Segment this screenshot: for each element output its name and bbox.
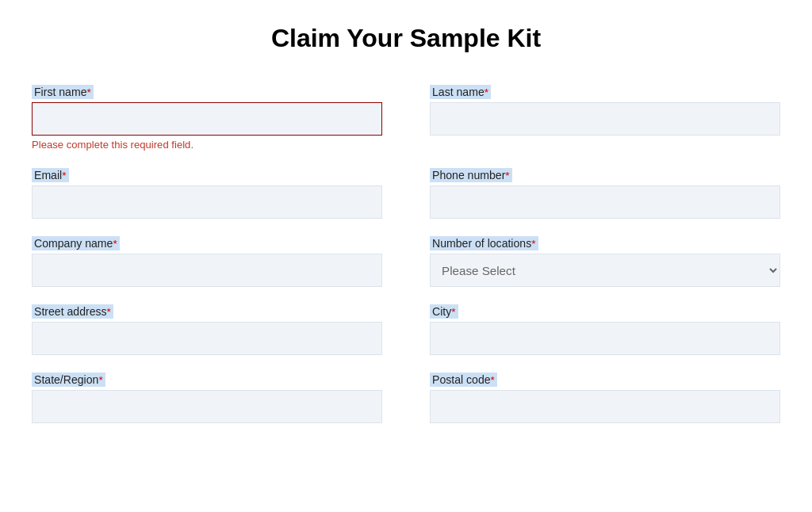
state-required-star: * <box>98 374 102 386</box>
company-required-star: * <box>113 238 117 250</box>
postal-input[interactable] <box>430 390 780 423</box>
last-name-input[interactable] <box>430 102 780 136</box>
street-group: Street address* <box>32 304 382 355</box>
city-required-star: * <box>451 306 455 318</box>
first-name-group: First name* Please complete this require… <box>32 85 382 151</box>
email-label: Email* <box>32 168 69 182</box>
first-name-input[interactable] <box>32 102 382 136</box>
email-required-star: * <box>62 170 66 181</box>
city-label: City* <box>430 304 458 319</box>
state-group: State/Region* <box>32 373 382 423</box>
locations-group: Number of locations* Please Select 1 2-5… <box>430 236 780 287</box>
claim-form: First name* Please complete this require… <box>32 85 780 441</box>
locations-label: Number of locations* <box>430 236 538 250</box>
company-input[interactable] <box>32 254 382 287</box>
last-name-label: Last name* <box>430 85 491 99</box>
phone-group: Phone number* <box>430 168 780 219</box>
phone-required-star: * <box>505 170 509 181</box>
postal-label: Postal code* <box>430 373 497 387</box>
email-input[interactable] <box>32 185 382 219</box>
postal-group: Postal code* <box>430 373 780 423</box>
postal-required-star: * <box>491 374 495 386</box>
locations-required-star: * <box>531 238 535 250</box>
page-title: Claim Your Sample Kit <box>32 24 780 53</box>
first-name-error: Please complete this required field. <box>32 139 382 151</box>
phone-label: Phone number* <box>430 168 512 182</box>
phone-input[interactable] <box>430 185 780 219</box>
locations-select[interactable]: Please Select 1 2-5 6-10 11-25 26-50 51+ <box>430 254 780 287</box>
street-input[interactable] <box>32 322 382 355</box>
city-input[interactable] <box>430 322 780 355</box>
city-group: City* <box>430 304 780 355</box>
first-name-required-star: * <box>87 86 91 98</box>
first-name-label: First name* <box>32 85 94 99</box>
state-label: State/Region* <box>32 373 105 387</box>
state-input[interactable] <box>32 390 382 423</box>
company-label: Company name* <box>32 236 120 250</box>
last-name-required-star: * <box>485 86 488 98</box>
company-group: Company name* <box>32 236 382 287</box>
street-required-star: * <box>107 306 111 318</box>
street-label: Street address* <box>32 304 113 319</box>
last-name-group: Last name* <box>430 85 780 151</box>
email-group: Email* <box>32 168 382 219</box>
